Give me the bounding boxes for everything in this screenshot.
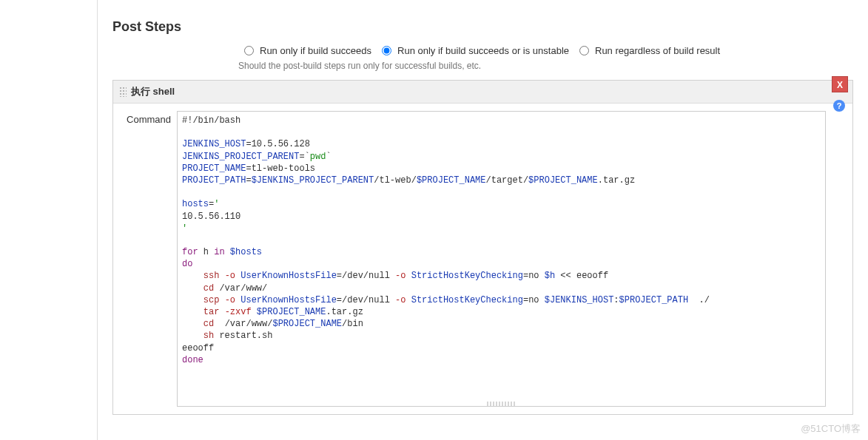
radio-regardless[interactable]: [579, 46, 589, 55]
watermark: @51CTO博客: [801, 422, 861, 436]
drag-handle-icon[interactable]: [119, 87, 127, 97]
help-icon[interactable]: ?: [833, 100, 845, 112]
section-title-post-steps: Post Steps: [112, 19, 853, 35]
radio-regardless-label: Run regardless of build result: [595, 45, 720, 56]
main-content: Post Steps Run only if build succeeds Ru…: [98, 0, 868, 415]
delete-step-button[interactable]: X: [832, 76, 848, 92]
radio-build-succeeds[interactable]: [244, 46, 254, 55]
step-header[interactable]: 执行 shell: [113, 81, 852, 104]
step-title: 执行 shell: [131, 85, 175, 98]
textarea-resize-grip[interactable]: [487, 402, 517, 406]
build-step-execute-shell: X ? 执行 shell Command #!/bin/bash JENKINS…: [112, 80, 853, 415]
radio-build-succeeds-label: Run only if build succeeds: [260, 45, 371, 56]
step-body: Command #!/bin/bash JENKINS_HOST=10.5.56…: [113, 104, 852, 414]
command-field-label: Command: [121, 111, 177, 407]
post-steps-help-text: Should the post-build steps run only for…: [238, 61, 853, 71]
radio-build-succeeds-or-unstable-label: Run only if build succeeds or is unstabl…: [397, 45, 569, 56]
left-rail-placeholder: [0, 0, 98, 440]
radio-build-succeeds-or-unstable[interactable]: [382, 46, 391, 55]
post-steps-condition-radios: Run only if build succeeds Run only if b…: [238, 45, 853, 56]
command-textarea[interactable]: #!/bin/bash JENKINS_HOST=10.5.56.128 JEN…: [177, 111, 826, 407]
jenkins-config-page: Post Steps Run only if build succeeds Ru…: [0, 0, 868, 440]
